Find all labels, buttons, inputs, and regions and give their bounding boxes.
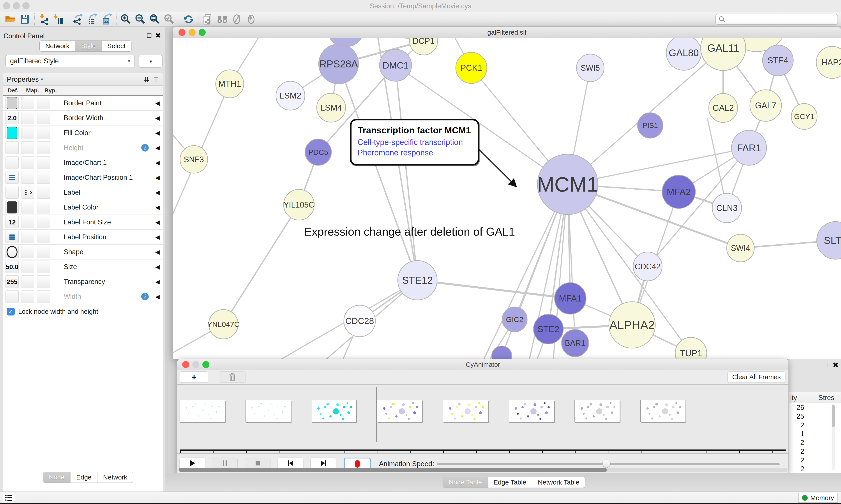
default-value-cell[interactable] <box>5 246 19 258</box>
style-selector[interactable]: galFiltered Style ▾ <box>5 55 135 67</box>
network-node-rps28a[interactable]: RPS28A <box>319 44 359 84</box>
mapping-cell[interactable] <box>21 171 34 184</box>
network-node-gal7[interactable]: GAL7 <box>750 90 782 121</box>
annotation-box[interactable]: Transcription factor MCM1 Cell-type-spec… <box>350 119 479 165</box>
network-node-gal2[interactable]: GAL2 <box>709 93 738 122</box>
timeline-playhead[interactable] <box>376 387 376 442</box>
node-table[interactable]: ity Stres 26252122222 <box>789 392 841 473</box>
table-column-ity[interactable]: ity <box>790 394 797 402</box>
lock-size-checkbox[interactable]: ✓ <box>7 308 15 316</box>
network-edge[interactable] <box>339 64 417 280</box>
default-value-cell[interactable] <box>5 156 19 169</box>
float-panel-icon[interactable]: □ <box>147 31 151 39</box>
tab-network[interactable]: Network <box>40 41 75 51</box>
expand-row-icon[interactable]: ◀ <box>155 144 160 151</box>
network-node-cdc28[interactable]: CDC28 <box>344 305 375 337</box>
network-node-swi5[interactable]: SWI5 <box>576 54 604 82</box>
default-value-cell[interactable] <box>5 141 19 154</box>
bypass-cell[interactable] <box>37 216 50 228</box>
mapping-cell[interactable] <box>21 260 34 273</box>
clear-all-frames-button[interactable]: Clear All Frames <box>728 371 785 383</box>
network-edge[interactable] <box>223 205 299 324</box>
tab-edge-table[interactable]: Edge Table <box>487 477 532 488</box>
bypass-cell[interactable] <box>37 141 50 154</box>
expand-row-icon[interactable]: ◀ <box>155 159 160 166</box>
expand-row-icon[interactable]: ◀ <box>155 249 160 255</box>
network-edge[interactable] <box>417 280 570 299</box>
default-value-cell[interactable] <box>5 97 19 109</box>
zoom-fit-icon[interactable] <box>148 13 162 26</box>
memory-button[interactable]: Memory <box>798 493 838 503</box>
expand-row-icon[interactable]: ◀ <box>155 189 160 196</box>
export-network-icon[interactable] <box>71 13 85 26</box>
mapping-cell[interactable] <box>21 127 34 139</box>
save-session-icon[interactable] <box>18 13 32 26</box>
bypass-cell[interactable] <box>37 290 50 303</box>
property-row-image-chart-position-1[interactable]: Image/Chart Position 1◀ <box>3 170 163 185</box>
tab-node[interactable]: Node <box>43 472 70 483</box>
expand-row-icon[interactable]: ◀ <box>155 293 160 300</box>
network-node-lsm2[interactable]: LSM2 <box>276 81 305 110</box>
bypass-cell[interactable] <box>37 171 50 184</box>
mapping-cell[interactable] <box>21 231 34 243</box>
bypass-cell[interactable] <box>37 201 50 214</box>
property-row-border-width[interactable]: 2.0Border Width◀ <box>3 111 163 125</box>
default-value-cell[interactable] <box>5 186 19 199</box>
bypass-cell[interactable] <box>37 186 50 199</box>
tab-style[interactable]: Style <box>75 41 102 51</box>
network-node-ste2[interactable]: STE2 <box>534 314 563 344</box>
network-node-ste12[interactable]: STE12 <box>398 260 437 300</box>
property-row-label-color[interactable]: Label Color◀ <box>3 200 163 215</box>
network-node-gal80[interactable]: GAL80 <box>666 38 701 70</box>
task-history-button[interactable] <box>3 493 15 502</box>
property-row-label-font-size[interactable]: 12Label Font Size◀ <box>3 215 163 230</box>
bypass-cell[interactable] <box>37 127 50 139</box>
frame-thumbnail-1[interactable] <box>180 400 225 422</box>
frame-thumbnail-8[interactable] <box>640 400 686 422</box>
import-table-icon[interactable] <box>51 13 66 26</box>
stop-button[interactable] <box>245 457 270 469</box>
default-value-cell[interactable]: 50.0 <box>5 260 19 273</box>
property-row-width[interactable]: Widthi◀ <box>3 289 163 304</box>
network-node-pck1[interactable]: PCK1 <box>456 52 487 84</box>
network-node-yil105c[interactable]: YIL105C <box>284 190 314 220</box>
mapping-cell[interactable] <box>21 275 34 288</box>
tab-edge[interactable]: Edge <box>70 472 97 483</box>
mapping-cell[interactable]: ⋮› <box>21 186 34 199</box>
network-edge[interactable] <box>395 65 417 280</box>
expand-all-icon[interactable]: ⇊ <box>144 75 149 83</box>
import-network-icon[interactable] <box>37 13 51 26</box>
network-node-gic2[interactable]: GIC2 <box>502 307 527 332</box>
cyanimator-titlebar[interactable]: CyAnimator <box>177 359 788 371</box>
expand-row-icon[interactable]: ◀ <box>155 219 160 226</box>
expand-row-icon[interactable]: ◀ <box>155 264 160 270</box>
default-value-cell[interactable]: 2.0 <box>5 112 19 124</box>
zoom-in-icon[interactable] <box>119 13 133 26</box>
network-node-ynl047c[interactable]: YNL047C <box>207 310 239 339</box>
add-frame-button[interactable]: + <box>180 371 208 383</box>
network-edge[interactable] <box>258 280 417 359</box>
frame-thumbnail-2[interactable] <box>246 400 291 422</box>
next-frame-button[interactable] <box>310 457 336 469</box>
open-session-icon[interactable] <box>3 13 18 26</box>
delete-frame-button[interactable] <box>219 371 246 383</box>
network-node-dcp1[interactable]: DCP1 <box>410 38 437 55</box>
search-input[interactable] <box>715 14 838 25</box>
property-row-image-chart-1[interactable]: Image/Chart 1◀ <box>3 155 163 170</box>
close-panel-icon[interactable]: ✖ <box>155 31 161 40</box>
property-row-height[interactable]: Heighti◀ <box>3 140 163 155</box>
apply-layout-icon[interactable] <box>181 13 196 26</box>
timeline-scrollbar[interactable] <box>178 468 788 472</box>
network-node-lsm4[interactable]: LSM4 <box>317 93 345 122</box>
network-node-gcy1[interactable]: GCY1 <box>791 104 817 129</box>
zoom-out-icon[interactable] <box>133 13 148 26</box>
network-node-swi4[interactable]: SWI4 <box>727 234 754 262</box>
network-node-alpha2[interactable]: ALPHA2 <box>609 302 655 348</box>
info-icon[interactable]: i <box>141 144 149 151</box>
network-node-pdc5[interactable]: PDC5 <box>305 139 332 165</box>
default-value-cell[interactable] <box>5 171 19 184</box>
tab-network-table[interactable]: Network Table <box>532 477 585 488</box>
frame-thumbnail-6[interactable] <box>509 400 554 422</box>
bypass-cell[interactable] <box>37 246 50 258</box>
tab-network[interactable]: Network <box>97 472 133 483</box>
